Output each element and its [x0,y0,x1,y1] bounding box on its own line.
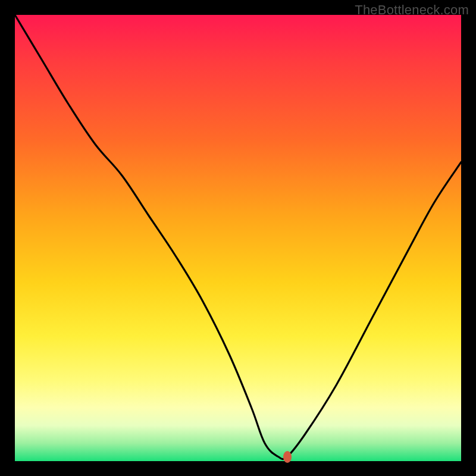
chart-frame: TheBottleneck.com [0,0,476,476]
bottleneck-curve [15,15,461,459]
plot-area [15,15,461,461]
curve-svg [15,15,461,461]
minimum-marker [283,451,292,463]
watermark-text: TheBottleneck.com [355,2,469,18]
